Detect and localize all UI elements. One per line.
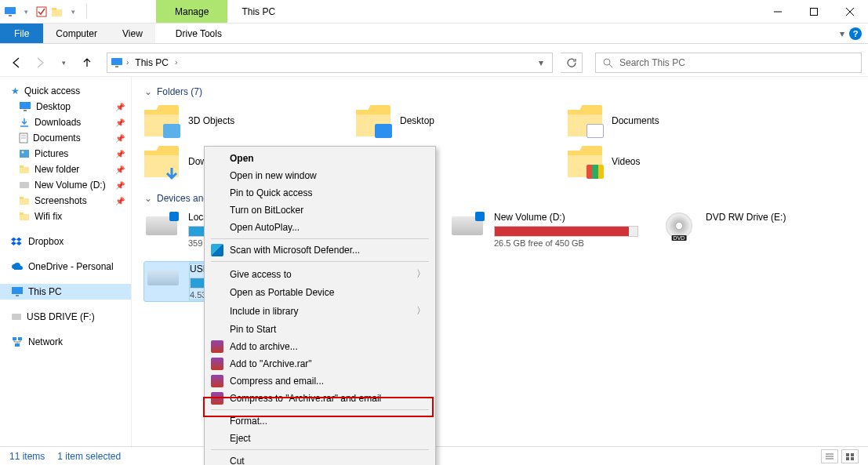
menu-add-archive[interactable]: Add to archive... bbox=[206, 338, 434, 355]
menu-portable-device[interactable]: Open as Portable Device bbox=[206, 284, 434, 301]
sidebar-item-label: New Volume (D:) bbox=[35, 180, 106, 191]
svg-rect-37 bbox=[846, 453, 849, 456]
back-button[interactable] bbox=[6, 53, 27, 73]
drive-dvd-rw-e[interactable]: DVD RW Drive (E:) bbox=[662, 212, 850, 248]
menu-compress-rar-email[interactable]: Compress to "Archive.rar" and email bbox=[206, 390, 434, 407]
folder-documents[interactable]: Documents bbox=[568, 105, 756, 136]
minimize-button[interactable] bbox=[760, 0, 796, 23]
menu-format[interactable]: Format... bbox=[206, 412, 434, 430]
chevron-down-icon: ⌄ bbox=[144, 193, 152, 204]
search-icon bbox=[602, 57, 613, 68]
navigation-bar: ▾ › This PC › ▾ Search This PC bbox=[0, 49, 868, 77]
forward-button[interactable] bbox=[30, 53, 50, 73]
monitor-icon bbox=[3, 5, 17, 19]
address-bar[interactable]: › This PC › ▾ bbox=[107, 53, 553, 73]
svg-rect-2 bbox=[37, 7, 46, 16]
properties-checkbox-icon[interactable] bbox=[35, 5, 49, 19]
pictures-icon bbox=[19, 149, 30, 158]
menu-include-library[interactable]: Include in library〉 bbox=[206, 301, 434, 321]
svg-rect-39 bbox=[846, 457, 849, 460]
chevron-down-icon: ⌄ bbox=[144, 86, 152, 97]
sidebar-item-screenshots[interactable]: Screenshots📌 bbox=[0, 193, 131, 209]
sidebar-quick-access[interactable]: ★ Quick access bbox=[0, 83, 131, 99]
document-icon bbox=[19, 133, 28, 143]
archive-icon bbox=[211, 375, 223, 387]
svg-rect-29 bbox=[16, 295, 19, 296]
menu-add-archive-rar[interactable]: Add to "Archive.rar" bbox=[206, 355, 434, 372]
menu-defender-scan[interactable]: Scan with Microsoft Defender... bbox=[206, 242, 434, 259]
menu-compress-email[interactable]: Compress and email... bbox=[206, 372, 434, 390]
folder-desktop[interactable]: Desktop bbox=[356, 105, 544, 136]
help-icon[interactable]: ? bbox=[849, 27, 862, 40]
drive-new-volume-d[interactable]: New Volume (D:) 26.5 GB free of 450 GB bbox=[450, 212, 638, 248]
large-icons-view-button[interactable] bbox=[841, 449, 859, 463]
folder-videos[interactable]: Videos bbox=[568, 146, 756, 177]
maximize-button[interactable] bbox=[796, 0, 832, 23]
menu-bitlocker[interactable]: Turn on BitLocker bbox=[206, 202, 434, 219]
svg-rect-32 bbox=[18, 337, 22, 340]
pin-icon: 📌 bbox=[115, 197, 125, 205]
menu-cut[interactable]: Cut bbox=[206, 452, 434, 465]
sidebar-item-wifi-fix[interactable]: Wifi fix bbox=[0, 209, 131, 224]
tab-drive-tools[interactable]: Drive Tools bbox=[163, 24, 234, 43]
menu-open[interactable]: Open bbox=[206, 150, 434, 167]
section-folders[interactable]: ⌄ Folders (7) bbox=[144, 86, 855, 97]
menu-pin-quick-access[interactable]: Pin to Quick access bbox=[206, 184, 434, 202]
shield-icon bbox=[211, 244, 223, 256]
selection-count: 1 item selected bbox=[57, 451, 121, 462]
tab-computer[interactable]: Computer bbox=[43, 24, 110, 43]
recent-locations-button[interactable]: ▾ bbox=[53, 53, 74, 73]
folder-3d-objects[interactable]: 3D Objects bbox=[144, 105, 332, 136]
context-tab-manage[interactable]: Manage bbox=[156, 0, 227, 23]
menu-separator bbox=[211, 449, 429, 450]
sidebar-item-documents[interactable]: Documents📌 bbox=[0, 130, 131, 146]
menu-open-new-window[interactable]: Open in new window bbox=[206, 167, 434, 184]
sidebar-item-dropbox[interactable]: Dropbox bbox=[0, 234, 131, 249]
chevron-down-icon[interactable]: ▾ bbox=[66, 5, 80, 19]
chevron-right-icon[interactable]: › bbox=[126, 58, 129, 67]
folder-icon bbox=[19, 196, 30, 205]
svg-rect-33 bbox=[15, 343, 20, 347]
folder-icon bbox=[19, 165, 30, 174]
up-button[interactable] bbox=[77, 53, 97, 73]
svg-rect-9 bbox=[111, 58, 122, 65]
svg-rect-13 bbox=[20, 102, 31, 109]
sidebar-item-new-volume[interactable]: New Volume (D:)📌 bbox=[0, 177, 131, 193]
sidebar-item-usb-drive[interactable]: USB DRIVE (F:) bbox=[0, 309, 131, 325]
sidebar-item-downloads[interactable]: Downloads📌 bbox=[0, 114, 131, 130]
chevron-down-icon[interactable]: ▾ bbox=[19, 5, 33, 19]
sidebar-item-onedrive[interactable]: OneDrive - Personal bbox=[0, 259, 131, 274]
menu-pin-start[interactable]: Pin to Start bbox=[206, 321, 434, 338]
chevron-right-icon[interactable]: › bbox=[175, 58, 177, 67]
address-dropdown-icon[interactable]: ▾ bbox=[533, 57, 549, 68]
menu-separator bbox=[211, 409, 429, 410]
file-tab[interactable]: File bbox=[0, 24, 43, 43]
menu-autoplay[interactable]: Open AutoPlay... bbox=[206, 219, 434, 236]
close-button[interactable] bbox=[832, 0, 868, 23]
sidebar-item-network[interactable]: Network bbox=[0, 334, 131, 350]
breadcrumb-this-pc[interactable]: This PC bbox=[132, 57, 172, 68]
menu-give-access[interactable]: Give access to〉 bbox=[206, 264, 434, 284]
menu-eject[interactable]: Eject bbox=[206, 430, 434, 447]
refresh-button[interactable] bbox=[561, 53, 583, 73]
search-input[interactable]: Search This PC bbox=[595, 53, 862, 73]
tab-view[interactable]: View bbox=[110, 24, 155, 43]
folder-label: Desktop bbox=[400, 115, 434, 126]
sidebar-item-desktop[interactable]: Desktop📌 bbox=[0, 99, 131, 114]
cloud-icon bbox=[11, 262, 24, 271]
sidebar-item-pictures[interactable]: Pictures📌 bbox=[0, 146, 131, 162]
sidebar-item-this-pc[interactable]: This PC bbox=[0, 284, 131, 300]
sidebar-item-label: Documents bbox=[33, 133, 81, 143]
quick-access-toolbar: ▾ ▾ bbox=[0, 0, 83, 23]
svg-rect-38 bbox=[851, 453, 854, 456]
svg-rect-3 bbox=[52, 9, 62, 16]
expand-ribbon-icon[interactable]: ▾ bbox=[840, 28, 844, 39]
navigation-pane: ★ Quick access Desktop📌 Downloads📌 Docum… bbox=[0, 77, 132, 448]
details-view-button[interactable] bbox=[821, 449, 838, 463]
svg-rect-23 bbox=[20, 182, 29, 188]
pin-icon: 📌 bbox=[115, 181, 125, 190]
sidebar-item-new-folder[interactable]: New folder📌 bbox=[0, 162, 131, 177]
svg-rect-19 bbox=[20, 150, 29, 158]
star-icon: ★ bbox=[11, 85, 20, 96]
new-folder-icon[interactable] bbox=[50, 5, 64, 19]
